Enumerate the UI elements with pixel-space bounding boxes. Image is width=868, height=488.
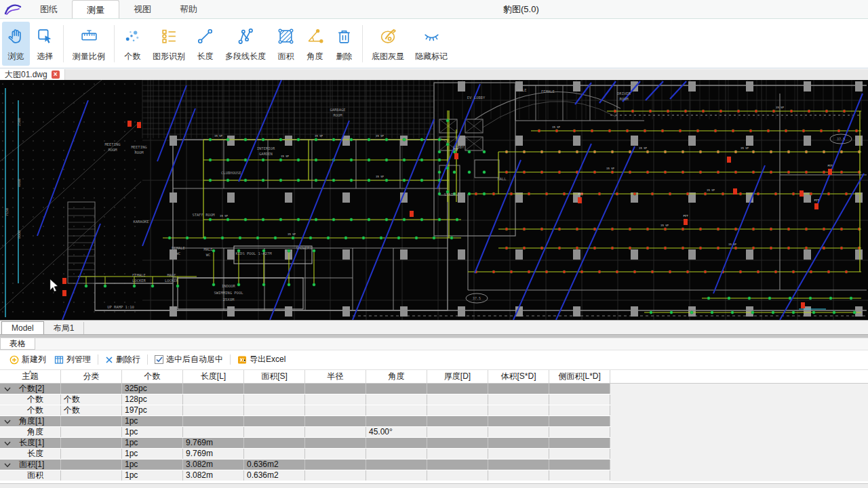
panel-tab-table[interactable]: 表格 (0, 338, 35, 350)
checkbox-checked-icon[interactable] (155, 355, 163, 364)
menu-tab-view[interactable]: 视图 (119, 0, 165, 18)
table-cell[interactable]: 1pc (122, 427, 183, 437)
table-cell[interactable]: 1pc (122, 449, 183, 459)
close-icon[interactable]: × (52, 70, 60, 79)
table-cell[interactable] (244, 416, 305, 426)
table-cell[interactable] (488, 405, 549, 415)
table-cell[interactable] (61, 416, 122, 426)
table-cell[interactable] (61, 427, 122, 437)
length-tool-button[interactable]: 长度 (191, 22, 219, 66)
new-column-button[interactable]: 新建列 (9, 354, 46, 365)
table-cell[interactable] (244, 394, 305, 405)
table-cell[interactable] (427, 384, 488, 394)
table-row[interactable]: 长度[1]1pc9.769m (0, 438, 611, 449)
angle-tool-button[interactable]: 角度 (301, 22, 329, 66)
table-cell[interactable] (61, 449, 122, 459)
table-cell[interactable] (488, 384, 549, 394)
table-row[interactable]: 长度1pc9.769m (0, 449, 611, 460)
table-cell[interactable]: 1pc (122, 460, 183, 470)
table-cell[interactable] (366, 394, 427, 405)
shape-recognition-button[interactable]: 图形识别 (148, 22, 190, 66)
delete-tool-button[interactable]: 删除 (330, 22, 358, 66)
delete-row-button[interactable]: 删除行 (105, 354, 140, 365)
table-cell[interactable] (305, 470, 366, 481)
column-header[interactable]: 面积[S] (244, 370, 305, 383)
column-header[interactable]: 体积[S*D] (488, 370, 549, 383)
table-cell[interactable] (549, 384, 610, 394)
column-header[interactable]: 厚度[D] (427, 370, 488, 383)
gray-display-button[interactable]: 底图灰显 (367, 22, 409, 66)
export-excel-button[interactable]: 导出Excel (237, 354, 285, 365)
table-cell[interactable] (61, 470, 122, 481)
polyline-length-button[interactable]: 多段线长度 (220, 22, 271, 66)
table-cell[interactable] (549, 460, 610, 470)
table-cell[interactable] (183, 427, 244, 437)
cad-viewport[interactable]: MEETINGROOMMEETINGROOMCLUBHOUSEINTERIORG… (0, 80, 868, 320)
table-cell[interactable] (549, 470, 610, 481)
table-cell[interactable]: 197pc (122, 405, 183, 415)
table-cell[interactable] (61, 460, 122, 470)
table-cell[interactable] (488, 460, 549, 470)
chevron-down-icon[interactable] (4, 462, 11, 468)
table-cell[interactable]: 个数 (0, 405, 61, 415)
column-header[interactable]: 分类 (61, 370, 122, 383)
table-cell[interactable] (305, 394, 366, 405)
menu-tab-help[interactable]: 帮助 (165, 0, 212, 18)
table-cell[interactable] (488, 470, 549, 481)
table-cell[interactable]: 长度 (0, 449, 61, 459)
table-cell[interactable] (244, 427, 305, 437)
select-tool-button[interactable]: 选择 (31, 22, 59, 66)
browse-tool-button[interactable]: 浏览 (2, 22, 30, 66)
auto-center-toggle[interactable]: 选中后自动居中 (155, 354, 223, 365)
table-cell[interactable] (305, 449, 366, 459)
table-row[interactable]: 面积[1]1pc3.082m0.636m2 (0, 460, 611, 470)
table-cell[interactable] (305, 427, 366, 437)
chevron-down-icon[interactable] (4, 386, 11, 392)
count-tool-button[interactable]: 个数 (119, 22, 146, 66)
column-header[interactable]: 主题˄ (0, 370, 61, 383)
table-cell[interactable] (366, 449, 427, 459)
table-cell[interactable]: 角度 (0, 427, 61, 437)
table-cell[interactable]: 个数 (61, 394, 122, 405)
table-cell[interactable] (244, 438, 305, 448)
table-cell[interactable] (183, 405, 244, 415)
table-cell[interactable]: 1pc (122, 438, 183, 448)
table-row[interactable]: 个数个数128pc (0, 394, 611, 405)
column-manage-button[interactable]: 列管理 (54, 354, 91, 365)
table-cell[interactable] (305, 405, 366, 415)
table-cell[interactable] (427, 416, 488, 426)
menu-tab-measure[interactable]: 测量 (72, 0, 119, 18)
table-cell[interactable]: 0.636m2 (244, 460, 305, 470)
sheet-tab-model[interactable]: Model (1, 321, 44, 334)
table-cell[interactable] (305, 460, 366, 470)
table-cell[interactable] (244, 449, 305, 459)
table-cell[interactable] (427, 460, 488, 470)
table-cell[interactable] (549, 449, 610, 459)
table-cell[interactable] (366, 438, 427, 448)
table-cell[interactable]: 9.769m (183, 449, 244, 459)
table-cell[interactable] (366, 405, 427, 415)
measure-scale-button[interactable]: 测量比例 (68, 22, 110, 66)
table-cell[interactable]: 325pc (122, 384, 183, 394)
table-cell[interactable] (244, 384, 305, 394)
column-header[interactable]: 侧面积[L*D] (549, 370, 610, 383)
table-cell[interactable] (366, 470, 427, 481)
table-cell[interactable] (183, 394, 244, 405)
chevron-down-icon[interactable] (4, 441, 11, 446)
table-cell[interactable] (488, 394, 549, 405)
table-cell[interactable] (549, 394, 610, 405)
table-cell[interactable] (305, 416, 366, 426)
menu-tab-drawings[interactable]: 图纸 (26, 0, 72, 18)
table-cell[interactable] (427, 427, 488, 437)
table-row[interactable]: 角度[1]1pc (0, 416, 611, 427)
table-cell[interactable] (488, 438, 549, 448)
area-tool-button[interactable]: 面积 (272, 22, 300, 66)
table-cell[interactable]: 128pc (122, 394, 183, 405)
table-cell[interactable] (305, 384, 366, 394)
column-header[interactable]: 长度[L] (183, 370, 244, 383)
column-header[interactable]: 角度 (366, 370, 427, 383)
table-cell[interactable]: 45.00° (366, 427, 427, 437)
hide-marks-button[interactable]: 隐藏标记 (410, 22, 452, 66)
sheet-tab-layout1[interactable]: 布局1 (44, 322, 85, 334)
table-row[interactable]: 角度1pc45.00° (0, 427, 611, 438)
